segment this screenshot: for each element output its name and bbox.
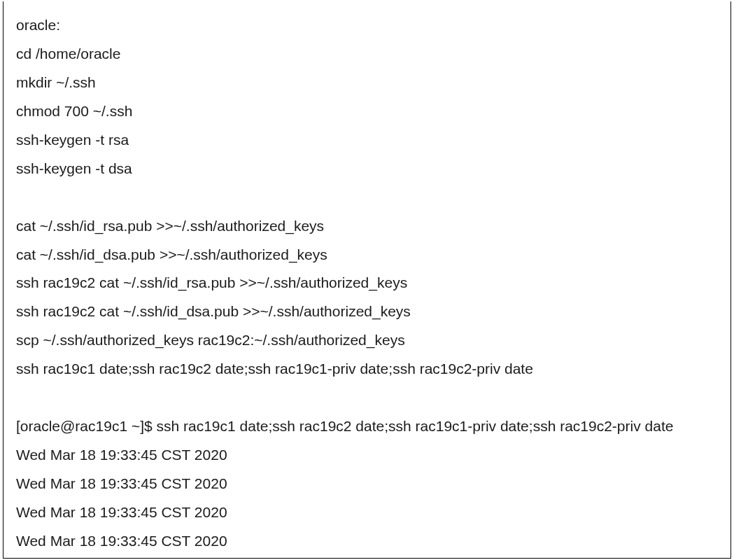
code-line: ssh rac19c1 date;ssh rac19c2 date;ssh ra… bbox=[16, 355, 718, 384]
blank-line bbox=[16, 384, 718, 412]
code-line: ssh-keygen -t rsa bbox=[16, 126, 718, 155]
code-line: Wed Mar 18 19:33:45 CST 2020 bbox=[16, 441, 718, 470]
code-line: oracle: bbox=[16, 11, 718, 40]
blank-line bbox=[16, 183, 718, 212]
code-line: Wed Mar 18 19:33:45 CST 2020 bbox=[16, 498, 718, 527]
code-line: cd /home/oracle bbox=[16, 40, 718, 69]
code-line: [oracle@rac19c1 ~]$ ssh rac19c1 date;ssh… bbox=[16, 412, 718, 441]
code-line: Wed Mar 18 19:33:45 CST 2020 bbox=[16, 527, 718, 556]
code-line: cat ~/.ssh/id_rsa.pub >>~/.ssh/authorize… bbox=[16, 212, 718, 241]
code-line: ssh rac19c2 cat ~/.ssh/id_dsa.pub >>~/.s… bbox=[16, 298, 718, 326]
code-line: cat ~/.ssh/id_dsa.pub >>~/.ssh/authorize… bbox=[16, 241, 718, 270]
code-line: Wed Mar 18 19:33:45 CST 2020 bbox=[16, 470, 718, 498]
code-line: ssh rac19c2 cat ~/.ssh/id_rsa.pub >>~/.s… bbox=[16, 269, 718, 298]
code-line: scp ~/.ssh/authorized_keys rac19c2:~/.ss… bbox=[16, 326, 718, 355]
code-line: mkdir ~/.ssh bbox=[16, 69, 718, 97]
code-box: oracle: cd /home/oracle mkdir ~/.ssh chm… bbox=[3, 1, 731, 559]
code-line: chmod 700 ~/.ssh bbox=[16, 97, 718, 126]
code-line: ssh-keygen -t dsa bbox=[16, 155, 718, 183]
